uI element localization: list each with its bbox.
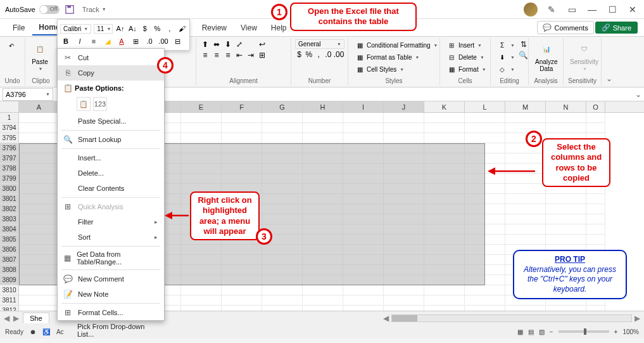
- zoom-level[interactable]: 100%: [622, 328, 639, 335]
- cell[interactable]: [424, 113, 465, 123]
- cell[interactable]: [19, 153, 60, 164]
- paste-default-icon[interactable]: 📋: [77, 97, 91, 111]
- sheet-nav-prev-icon[interactable]: ◀: [4, 314, 9, 323]
- cell[interactable]: [586, 235, 605, 245]
- cell[interactable]: [424, 214, 465, 224]
- cell[interactable]: [262, 265, 303, 275]
- cell[interactable]: [505, 235, 546, 245]
- cell[interactable]: [465, 295, 505, 306]
- cell[interactable]: [19, 123, 60, 133]
- cell[interactable]: [465, 224, 505, 235]
- cell[interactable]: [262, 214, 303, 224]
- cell[interactable]: [424, 204, 465, 214]
- tab-review[interactable]: Review: [196, 21, 233, 35]
- cell[interactable]: [181, 174, 222, 184]
- cell[interactable]: [19, 164, 60, 174]
- cell[interactable]: [424, 164, 465, 174]
- zoom-out-icon[interactable]: −: [550, 328, 553, 335]
- cell[interactable]: [303, 265, 343, 275]
- cell[interactable]: [222, 113, 262, 123]
- cell[interactable]: [424, 123, 465, 133]
- ctx-paste-special[interactable]: Paste Special...: [58, 113, 164, 129]
- mini-dec-dec-icon[interactable]: .00: [158, 36, 169, 47]
- save-icon[interactable]: [63, 3, 76, 16]
- delete-cells-button[interactable]: ⊟Delete▼: [444, 51, 489, 63]
- cell[interactable]: [384, 306, 424, 311]
- cell[interactable]: [262, 275, 303, 285]
- cell[interactable]: [19, 214, 60, 224]
- cell[interactable]: [181, 295, 222, 306]
- cell[interactable]: [19, 306, 60, 311]
- cell[interactable]: [222, 275, 262, 285]
- cell[interactable]: [19, 204, 60, 214]
- cell[interactable]: [222, 245, 262, 255]
- align-center-icon[interactable]: ≡: [212, 50, 222, 60]
- cell[interactable]: [181, 255, 222, 265]
- cell[interactable]: [262, 245, 303, 255]
- cell[interactable]: [465, 194, 505, 204]
- cell[interactable]: [303, 184, 343, 194]
- cell[interactable]: [424, 265, 465, 275]
- cell[interactable]: [343, 285, 384, 295]
- maximize-icon[interactable]: ☐: [606, 3, 619, 16]
- cell[interactable]: [424, 133, 465, 143]
- ctx-pick-list[interactable]: Pick From Drop-down List...: [58, 320, 164, 340]
- cell[interactable]: [505, 224, 546, 235]
- cell[interactable]: [505, 143, 546, 153]
- cell[interactable]: [343, 123, 384, 133]
- cell[interactable]: [384, 224, 424, 235]
- cell[interactable]: [19, 184, 60, 194]
- cell[interactable]: [343, 184, 384, 194]
- mini-bold-icon[interactable]: B: [60, 36, 72, 47]
- cell[interactable]: [505, 194, 546, 204]
- cell[interactable]: [546, 306, 586, 311]
- cell[interactable]: [262, 113, 303, 123]
- cell[interactable]: [262, 123, 303, 133]
- cell[interactable]: [384, 255, 424, 265]
- ctx-define-name[interactable]: Define Name...: [58, 340, 164, 343]
- paste-values-icon[interactable]: 123: [93, 97, 107, 111]
- cell[interactable]: [424, 275, 465, 285]
- cell[interactable]: [303, 133, 343, 143]
- formula-input[interactable]: [92, 88, 633, 101]
- cell[interactable]: [465, 204, 505, 214]
- cell[interactable]: [262, 306, 303, 311]
- cell[interactable]: [303, 113, 343, 123]
- ctx-sort[interactable]: Sort▸: [58, 230, 164, 245]
- cell[interactable]: [19, 265, 60, 275]
- mini-decrease-font-icon[interactable]: A↓: [128, 23, 137, 34]
- cell[interactable]: [424, 224, 465, 235]
- cell[interactable]: [303, 143, 343, 153]
- mini-merge-icon[interactable]: ⊟: [172, 36, 183, 47]
- cell[interactable]: [343, 204, 384, 214]
- ctx-format-cells[interactable]: ⊞Format Cells...: [58, 305, 164, 320]
- cell[interactable]: [181, 275, 222, 285]
- cell[interactable]: [343, 224, 384, 235]
- comma-icon[interactable]: ,: [315, 49, 323, 60]
- align-top-icon[interactable]: ⬆: [200, 39, 210, 49]
- mini-italic-icon[interactable]: I: [74, 36, 85, 47]
- cell[interactable]: [303, 174, 343, 184]
- cell[interactable]: [384, 235, 424, 245]
- cell[interactable]: [465, 235, 505, 245]
- ctx-smart-lookup[interactable]: 🔍Smart Lookup: [58, 132, 164, 147]
- cell[interactable]: [424, 306, 465, 311]
- cell[interactable]: [303, 153, 343, 164]
- col-header-J[interactable]: J: [384, 101, 424, 112]
- cell[interactable]: [546, 113, 586, 123]
- cell[interactable]: [384, 245, 424, 255]
- cell[interactable]: [343, 194, 384, 204]
- col-header-K[interactable]: K: [424, 101, 465, 112]
- cell[interactable]: [424, 153, 465, 164]
- cell[interactable]: [19, 174, 60, 184]
- cell[interactable]: [546, 235, 586, 245]
- cell[interactable]: [424, 174, 465, 184]
- cell[interactable]: [384, 123, 424, 133]
- cell[interactable]: [181, 306, 222, 311]
- cell[interactable]: [424, 295, 465, 306]
- track-dropdown[interactable]: Track▼: [80, 3, 109, 16]
- cell[interactable]: [505, 204, 546, 214]
- col-header-F[interactable]: F: [222, 101, 262, 112]
- cell[interactable]: [465, 113, 505, 123]
- ctx-new-comment[interactable]: 💬New Comment: [58, 271, 164, 287]
